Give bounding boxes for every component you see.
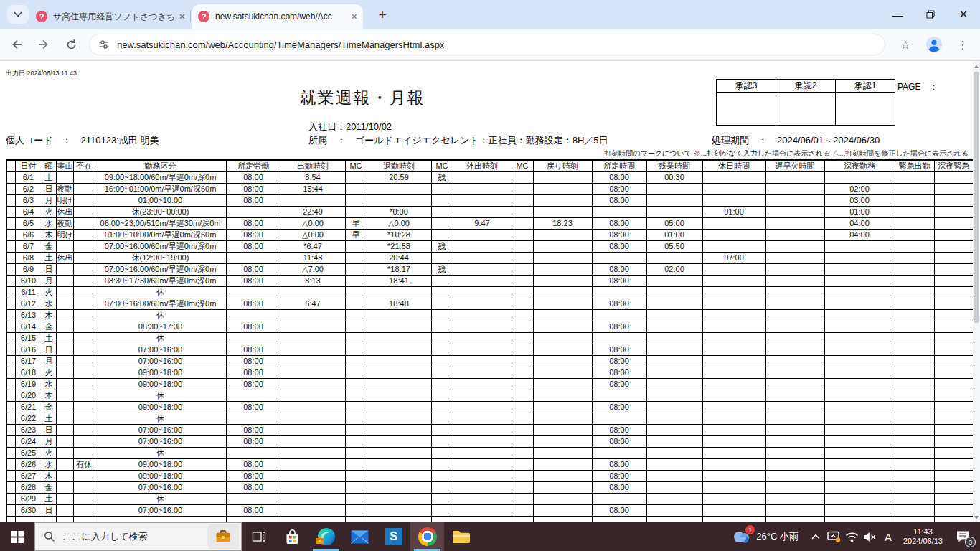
- table-cell: [56, 367, 73, 379]
- table-cell: [73, 356, 95, 367]
- table-cell: [512, 253, 533, 264]
- restore-button[interactable]: [914, 0, 947, 29]
- taskbar-app-mail[interactable]: [343, 522, 377, 551]
- table-cell: 08:00: [226, 402, 281, 413]
- table-cell: [95, 517, 226, 523]
- table-cell: [765, 505, 824, 517]
- table-cell: [533, 482, 592, 494]
- reload-button[interactable]: [60, 34, 82, 55]
- table-header-row: 日付曜事由不在勤務区分所定労働出勤時刻MC退勤時刻MC外出時刻MC戻り時刻所定時…: [6, 160, 973, 172]
- table-cell: 休(12:00~19:00): [95, 253, 226, 264]
- table-cell: [73, 344, 95, 356]
- profile-avatar[interactable]: [923, 33, 946, 56]
- table-cell: [895, 494, 934, 505]
- wifi-icon: [845, 532, 859, 542]
- scrollbar-thumb[interactable]: [974, 72, 979, 323]
- table-cell: [765, 276, 824, 287]
- new-tab-button[interactable]: +: [373, 6, 392, 24]
- hidden-icons-chevron[interactable]: [807, 522, 825, 551]
- table-cell: [765, 356, 824, 367]
- table-cell: [765, 287, 824, 298]
- table-cell: 08:00: [226, 298, 281, 310]
- table-cell: 08:00: [592, 241, 646, 253]
- table-cell: [646, 298, 702, 310]
- table-cell: [824, 356, 895, 367]
- minimize-button[interactable]: —: [881, 0, 914, 29]
- back-button[interactable]: [6, 34, 27, 55]
- table-cell: [765, 333, 824, 344]
- table-cell: 日: [42, 344, 56, 356]
- table-cell: [281, 390, 345, 402]
- tab-timemanagers[interactable]: ? new.satsukichan.com/web/Acc ×: [192, 4, 363, 29]
- table-cell: [533, 402, 592, 413]
- table-cell: [895, 253, 934, 264]
- table-cell: [895, 367, 934, 379]
- work-briefcase-button[interactable]: [207, 524, 239, 549]
- table-cell: [56, 241, 73, 253]
- taskbar-clock[interactable]: 11:43 2024/06/13: [903, 527, 943, 546]
- table-cell: [345, 321, 367, 333]
- table-cell: [934, 184, 973, 195]
- department: 所属 ： ゴールドエイジエクセレント：正社員：勤務設定：8H／5日: [308, 134, 608, 147]
- table-cell: [512, 276, 533, 287]
- ime-mode-indicator[interactable]: A: [879, 531, 897, 543]
- table-cell: 8:54: [281, 172, 345, 184]
- wifi-tray-icon[interactable]: [843, 522, 861, 551]
- table-cell: [226, 413, 281, 425]
- table-cell: [56, 517, 73, 523]
- table-cell: 6/20: [15, 390, 42, 402]
- column-header: 戻り時刻: [533, 160, 592, 172]
- action-center-button[interactable]: 3: [948, 522, 977, 551]
- tab-search-button[interactable]: [7, 5, 29, 24]
- taskbar-app-store[interactable]: [275, 522, 309, 551]
- table-cell: [453, 367, 512, 379]
- taskbar-search-input[interactable]: ここに入力して検索: [34, 522, 242, 551]
- volume-muted-tray-icon[interactable]: [861, 522, 879, 551]
- row-lead-cell: [6, 367, 15, 379]
- table-cell: [646, 207, 702, 218]
- table-cell: [533, 379, 592, 390]
- table-cell: [73, 494, 95, 505]
- table-cell: [345, 517, 367, 523]
- display-cast-tray-icon[interactable]: [825, 522, 843, 551]
- table-cell: [895, 172, 934, 184]
- table-cell: [226, 207, 281, 218]
- table-cell: [592, 253, 646, 264]
- taskbar-app-s[interactable]: S: [377, 522, 410, 551]
- column-header: 緊急出勤: [895, 160, 934, 172]
- vertical-scrollbar[interactable]: [973, 61, 980, 522]
- start-button[interactable]: [0, 522, 34, 551]
- taskbar-app-chrome[interactable]: [410, 522, 444, 551]
- task-view-button[interactable]: [242, 522, 275, 551]
- menu-kebab-icon[interactable]: ⋮: [951, 33, 974, 56]
- table-cell: 有休: [73, 459, 95, 471]
- table-cell: [281, 310, 345, 321]
- forward-button[interactable]: [33, 34, 55, 55]
- close-button[interactable]: ✕: [947, 0, 980, 29]
- column-header: 深夜緊急: [934, 160, 973, 172]
- table-cell: [281, 517, 345, 523]
- table-cell: [226, 448, 281, 459]
- table-cell: 残: [431, 264, 453, 276]
- column-header: 所定労働: [226, 160, 281, 172]
- table-cell: 8:13: [281, 276, 345, 287]
- tab-close-icon[interactable]: ×: [179, 11, 185, 22]
- scroll-up-arrow[interactable]: [973, 61, 980, 71]
- table-cell: △7:00: [281, 264, 345, 276]
- table-cell: [73, 482, 95, 494]
- table-cell: 08:00: [226, 471, 281, 482]
- row-lead-cell: [6, 494, 15, 505]
- table-cell: 火: [42, 367, 56, 379]
- table-cell: [934, 195, 973, 207]
- table-row: 6/20木休: [6, 390, 973, 402]
- table-cell: [367, 390, 431, 402]
- url-text: new.satsukichan.com/web/Accounting/TimeM…: [117, 39, 444, 50]
- taskbar-app-file-explorer[interactable]: [444, 522, 478, 551]
- bookmark-star-icon[interactable]: ☆: [894, 33, 917, 56]
- url-bar[interactable]: new.satsukichan.com/web/Accounting/TimeM…: [89, 34, 885, 55]
- tab-satsukichan[interactable]: ? サ高住専用経営ソフトさつきちゃん ×: [30, 4, 191, 29]
- weather-widget[interactable]: 1 26°C 小雨: [730, 528, 798, 545]
- tab-close-icon[interactable]: ×: [352, 11, 357, 22]
- taskbar-app-edge[interactable]: [309, 522, 343, 551]
- scroll-down-arrow[interactable]: [973, 512, 980, 522]
